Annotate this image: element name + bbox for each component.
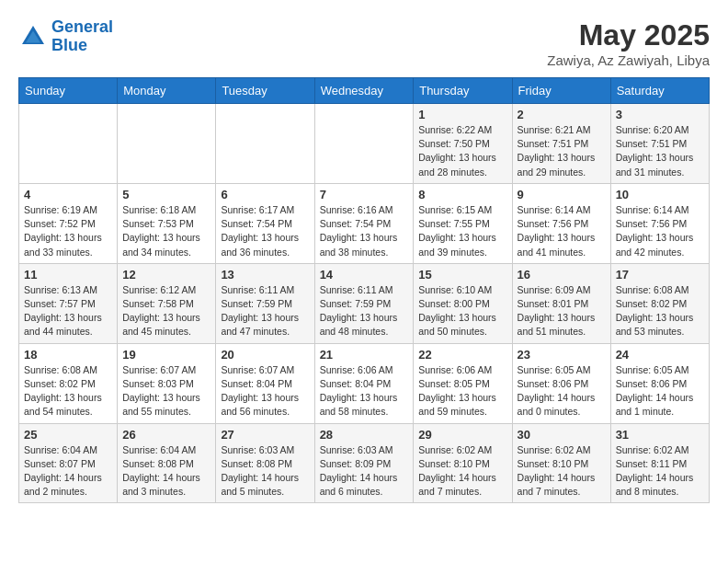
day-info: Sunrise: 6:19 AMSunset: 7:52 PMDaylight:…: [24, 203, 112, 259]
calendar-cell: 29Sunrise: 6:02 AMSunset: 8:10 PMDayligh…: [414, 423, 512, 503]
day-number: 28: [320, 428, 409, 442]
day-number: 22: [418, 348, 506, 362]
day-number: 9: [518, 188, 606, 201]
day-info: Sunrise: 6:14 AMSunset: 7:56 PMDaylight:…: [518, 203, 606, 259]
day-info: Sunrise: 6:12 AMSunset: 7:58 PMDaylight:…: [122, 283, 210, 339]
page-header: General Blue May 2025 Zawiya, Az Zawiyah…: [18, 18, 710, 68]
day-number: 30: [518, 428, 606, 442]
day-info: Sunrise: 6:18 AMSunset: 7:53 PMDaylight:…: [122, 203, 210, 259]
calendar-cell: 18Sunrise: 6:08 AMSunset: 8:02 PMDayligh…: [19, 343, 118, 423]
weekday-header: Sunday: [19, 78, 118, 104]
calendar-table: SundayMondayTuesdayWednesdayThursdayFrid…: [18, 77, 710, 503]
day-number: 19: [122, 348, 210, 362]
calendar-cell: 23Sunrise: 6:05 AMSunset: 8:06 PMDayligh…: [512, 343, 610, 423]
calendar-cell: 15Sunrise: 6:10 AMSunset: 8:00 PMDayligh…: [414, 263, 512, 343]
day-number: 16: [518, 268, 606, 282]
calendar-cell: 22Sunrise: 6:06 AMSunset: 8:05 PMDayligh…: [414, 343, 512, 423]
calendar-cell: 30Sunrise: 6:02 AMSunset: 8:10 PMDayligh…: [512, 423, 610, 503]
logo-icon: [18, 22, 48, 52]
day-info: Sunrise: 6:05 AMSunset: 8:06 PMDaylight:…: [518, 363, 606, 419]
calendar-cell: 5Sunrise: 6:18 AMSunset: 7:53 PMDaylight…: [118, 183, 216, 263]
calendar-week-row: 18Sunrise: 6:08 AMSunset: 8:02 PMDayligh…: [19, 343, 710, 423]
day-info: Sunrise: 6:02 AMSunset: 8:10 PMDaylight:…: [518, 443, 606, 500]
calendar-week-row: 25Sunrise: 6:04 AMSunset: 8:07 PMDayligh…: [19, 423, 710, 503]
day-info: Sunrise: 6:17 AMSunset: 7:54 PMDaylight:…: [221, 203, 309, 259]
day-number: 24: [616, 348, 704, 362]
calendar-cell: 7Sunrise: 6:16 AMSunset: 7:54 PMDaylight…: [314, 183, 414, 263]
calendar-cell: [118, 104, 216, 184]
day-number: 27: [221, 428, 309, 442]
calendar-cell: 26Sunrise: 6:04 AMSunset: 8:08 PMDayligh…: [118, 423, 216, 503]
day-number: 3: [616, 108, 704, 121]
calendar-header-row: SundayMondayTuesdayWednesdayThursdayFrid…: [19, 78, 710, 104]
day-number: 5: [122, 188, 210, 201]
day-info: Sunrise: 6:11 AMSunset: 7:59 PMDaylight:…: [221, 283, 309, 339]
day-info: Sunrise: 6:15 AMSunset: 7:55 PMDaylight:…: [418, 203, 506, 259]
calendar-cell: 3Sunrise: 6:20 AMSunset: 7:51 PMDaylight…: [610, 104, 709, 184]
calendar-week-row: 4Sunrise: 6:19 AMSunset: 7:52 PMDaylight…: [19, 183, 710, 263]
day-number: 6: [221, 188, 309, 201]
calendar-week-row: 11Sunrise: 6:13 AMSunset: 7:57 PMDayligh…: [19, 263, 710, 343]
day-info: Sunrise: 6:02 AMSunset: 8:10 PMDaylight:…: [418, 443, 506, 500]
day-number: 15: [418, 268, 506, 282]
calendar-cell: 4Sunrise: 6:19 AMSunset: 7:52 PMDaylight…: [19, 183, 118, 263]
day-number: 31: [616, 428, 704, 442]
day-info: Sunrise: 6:10 AMSunset: 8:00 PMDaylight:…: [418, 283, 506, 339]
calendar-cell: 25Sunrise: 6:04 AMSunset: 8:07 PMDayligh…: [19, 423, 118, 503]
day-info: Sunrise: 6:20 AMSunset: 7:51 PMDaylight:…: [616, 123, 704, 179]
day-info: Sunrise: 6:16 AMSunset: 7:54 PMDaylight:…: [320, 203, 409, 259]
day-number: 7: [320, 188, 409, 201]
calendar-cell: 21Sunrise: 6:06 AMSunset: 8:04 PMDayligh…: [314, 343, 414, 423]
day-number: 23: [518, 348, 606, 362]
day-number: 2: [518, 108, 606, 121]
weekday-header: Monday: [118, 78, 216, 104]
calendar-cell: 31Sunrise: 6:02 AMSunset: 8:11 PMDayligh…: [610, 423, 709, 503]
weekday-header: Wednesday: [314, 78, 414, 104]
day-number: 25: [24, 428, 112, 442]
weekday-header: Saturday: [610, 78, 709, 104]
day-number: 18: [24, 348, 112, 362]
day-info: Sunrise: 6:02 AMSunset: 8:11 PMDaylight:…: [616, 443, 704, 500]
day-info: Sunrise: 6:08 AMSunset: 8:02 PMDaylight:…: [616, 283, 704, 339]
logo-line1: General: [51, 17, 113, 36]
day-number: 13: [221, 268, 309, 282]
calendar-cell: 13Sunrise: 6:11 AMSunset: 7:59 PMDayligh…: [216, 263, 314, 343]
calendar-cell: 10Sunrise: 6:14 AMSunset: 7:56 PMDayligh…: [610, 183, 709, 263]
calendar-week-row: 1Sunrise: 6:22 AMSunset: 7:50 PMDaylight…: [19, 104, 710, 184]
location: Zawiya, Az Zawiyah, Libya: [547, 52, 710, 68]
day-info: Sunrise: 6:21 AMSunset: 7:51 PMDaylight:…: [518, 123, 606, 179]
weekday-header: Tuesday: [216, 78, 314, 104]
day-number: 21: [320, 348, 409, 362]
day-number: 4: [24, 188, 112, 201]
day-info: Sunrise: 6:13 AMSunset: 7:57 PMDaylight:…: [24, 283, 112, 339]
calendar-cell: 20Sunrise: 6:07 AMSunset: 8:04 PMDayligh…: [216, 343, 314, 423]
weekday-header: Thursday: [414, 78, 512, 104]
logo: General Blue: [18, 18, 113, 55]
day-info: Sunrise: 6:04 AMSunset: 8:07 PMDaylight:…: [24, 443, 112, 500]
day-info: Sunrise: 6:09 AMSunset: 8:01 PMDaylight:…: [518, 283, 606, 339]
calendar-cell: 11Sunrise: 6:13 AMSunset: 7:57 PMDayligh…: [19, 263, 118, 343]
calendar-cell: 8Sunrise: 6:15 AMSunset: 7:55 PMDaylight…: [414, 183, 512, 263]
day-number: 12: [122, 268, 210, 282]
calendar-cell: 9Sunrise: 6:14 AMSunset: 7:56 PMDaylight…: [512, 183, 610, 263]
day-info: Sunrise: 6:14 AMSunset: 7:56 PMDaylight:…: [616, 203, 704, 259]
weekday-header: Friday: [512, 78, 610, 104]
calendar-cell: 16Sunrise: 6:09 AMSunset: 8:01 PMDayligh…: [512, 263, 610, 343]
day-info: Sunrise: 6:22 AMSunset: 7:50 PMDaylight:…: [418, 123, 506, 179]
day-info: Sunrise: 6:11 AMSunset: 7:59 PMDaylight:…: [320, 283, 409, 339]
day-info: Sunrise: 6:04 AMSunset: 8:08 PMDaylight:…: [122, 443, 210, 500]
day-info: Sunrise: 6:03 AMSunset: 8:09 PMDaylight:…: [320, 443, 409, 500]
calendar-cell: 6Sunrise: 6:17 AMSunset: 7:54 PMDaylight…: [216, 183, 314, 263]
day-info: Sunrise: 6:05 AMSunset: 8:06 PMDaylight:…: [616, 363, 704, 419]
day-info: Sunrise: 6:06 AMSunset: 8:04 PMDaylight:…: [320, 363, 409, 419]
day-number: 26: [122, 428, 210, 442]
day-number: 11: [24, 268, 112, 282]
logo-text: General Blue: [51, 18, 113, 55]
calendar-cell: 14Sunrise: 6:11 AMSunset: 7:59 PMDayligh…: [314, 263, 414, 343]
day-number: 10: [616, 188, 704, 201]
day-number: 8: [418, 188, 506, 201]
day-number: 29: [418, 428, 506, 442]
calendar-cell: 24Sunrise: 6:05 AMSunset: 8:06 PMDayligh…: [610, 343, 709, 423]
day-info: Sunrise: 6:06 AMSunset: 8:05 PMDaylight:…: [418, 363, 506, 419]
day-number: 20: [221, 348, 309, 362]
